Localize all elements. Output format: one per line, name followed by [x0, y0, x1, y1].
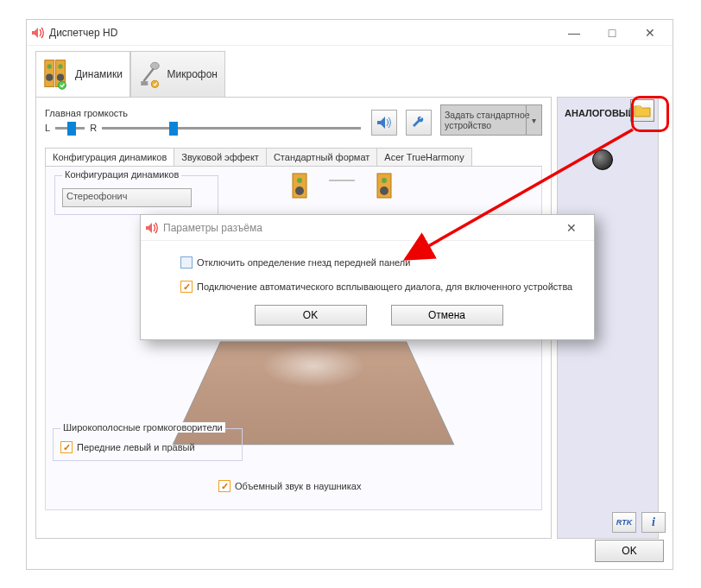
subtab-speaker-config[interactable]: Конфигурация динамиков — [45, 148, 174, 166]
speakers-icon — [43, 57, 70, 92]
dialog-ok-button[interactable]: OK — [255, 305, 367, 326]
auto-popup-dialog-checkbox[interactable]: Подключение автоматического всплывающего… — [180, 281, 577, 293]
default-device-label: Задать стандартное устройство — [445, 110, 538, 130]
tab-label: Динамики — [75, 68, 123, 80]
subtab-sound-effect[interactable]: Звуковой эффект — [174, 148, 267, 166]
tab-speakers[interactable]: Динамики — [35, 51, 130, 98]
config-subtabs: Конфигурация динамиков Звуковой эффект С… — [45, 148, 542, 167]
minimize-button[interactable]: — — [555, 21, 593, 45]
svg-point-7 — [151, 62, 160, 69]
checkbox-label: Объемный звук в наушниках — [235, 481, 361, 491]
maximize-button[interactable]: □ — [593, 21, 631, 45]
svg-point-12 — [295, 187, 304, 195]
mute-button[interactable] — [371, 110, 397, 136]
svg-point-15 — [382, 178, 387, 183]
folder-icon — [634, 104, 651, 117]
dialog-title: Параметры разъёма — [163, 222, 553, 234]
svg-rect-8 — [141, 81, 148, 85]
checkbox-label: Отключить определение гнезд передней пан… — [197, 257, 410, 268]
checkbox-checked-icon — [218, 480, 231, 492]
default-device-dropdown[interactable]: Задать стандартное устройство ▾ — [440, 104, 542, 136]
balance-slider[interactable] — [55, 120, 85, 136]
speaker-diagram-top — [287, 172, 396, 201]
analog-label: АНАЛОГОВЫЙ — [565, 108, 635, 118]
svg-point-3 — [58, 64, 62, 68]
checkbox-label: Передние левый и правый — [77, 442, 195, 452]
svg-point-6 — [58, 81, 66, 89]
surround-headphones-checkbox[interactable]: Объемный звук в наушниках — [218, 480, 361, 492]
connector-settings-button[interactable] — [630, 99, 654, 122]
wrench-icon — [411, 115, 426, 130]
svg-point-9 — [151, 80, 158, 87]
speaker-link-icon — [329, 172, 355, 189]
front-right-speaker-icon — [372, 172, 396, 201]
master-volume-label: Главная громкость — [45, 108, 363, 118]
realtek-button[interactable]: RTK — [612, 512, 636, 533]
info-button[interactable]: i — [641, 512, 666, 533]
channel-right-label: R — [90, 123, 97, 133]
speaker-config-legend: Конфигурация динамиков — [62, 169, 181, 180]
subtab-trueharmony[interactable]: Acer TrueHarmony — [376, 148, 471, 166]
svg-point-4 — [46, 74, 53, 81]
titlebar: Диспетчер HD — □ ✕ — [27, 20, 673, 46]
settings-gear-button[interactable] — [406, 110, 432, 136]
checkbox-label: Подключение автоматического всплывающего… — [197, 281, 572, 292]
dialog-close-button[interactable]: ✕ — [553, 216, 590, 240]
dialog-cancel-button[interactable]: Отмена — [391, 305, 503, 326]
main-ok-button[interactable]: OK — [595, 540, 664, 562]
close-button[interactable]: ✕ — [631, 21, 669, 45]
front-lr-checkbox[interactable]: Передние левый и правый — [60, 441, 235, 453]
checkbox-unchecked-icon — [180, 256, 193, 269]
sound-icon — [376, 114, 393, 131]
disable-front-panel-detection-checkbox[interactable]: Отключить определение гнезд передней пан… — [180, 256, 577, 269]
device-tabs: Динамики Микрофон — [35, 51, 664, 98]
microphone-icon — [138, 57, 162, 92]
channel-left-label: L — [45, 123, 50, 133]
tab-microphone[interactable]: Микрофон — [130, 51, 225, 98]
checkbox-checked-icon — [180, 281, 193, 293]
svg-point-16 — [380, 187, 388, 195]
speaker-app-icon — [144, 221, 158, 235]
speaker-app-icon — [30, 26, 44, 40]
svg-point-11 — [297, 178, 302, 183]
window-title: Диспетчер HD — [49, 27, 555, 39]
tab-label: Микрофон — [167, 68, 218, 80]
chevron-down-icon: ▾ — [526, 105, 541, 135]
front-left-speaker-icon — [287, 172, 312, 201]
volume-slider[interactable] — [102, 120, 361, 136]
svg-point-5 — [57, 74, 64, 81]
subtab-default-format[interactable]: Стандартный формат — [266, 148, 377, 166]
audio-jack-icon[interactable] — [592, 149, 613, 170]
checkbox-checked-icon — [60, 441, 73, 453]
svg-point-2 — [47, 64, 52, 68]
connector-settings-dialog: Параметры разъёма ✕ Отключить определени… — [140, 214, 595, 340]
wideband-legend: Широкополосные громкоговорители — [60, 422, 225, 433]
speaker-config-combo[interactable]: Стереофонич — [62, 188, 192, 207]
